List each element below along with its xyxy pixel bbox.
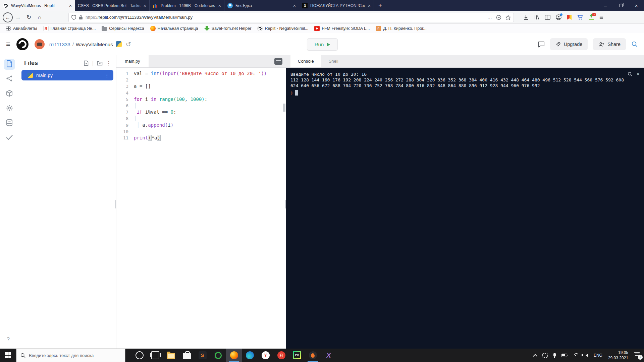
taskbar-app-ring[interactable] [131, 349, 147, 362]
breadcrumb-project[interactable]: WavyVitalMenus [76, 42, 113, 47]
cart-icon[interactable] [577, 14, 583, 20]
rail-item-version-control[interactable] [4, 74, 15, 84]
file-row-main-py[interactable]: main.py⋮ [21, 70, 113, 80]
home-button[interactable]: ⌂ [34, 14, 45, 21]
rail-item-checks[interactable] [4, 133, 15, 143]
forward-button[interactable]: → [13, 14, 23, 21]
hamburger-icon[interactable]: ≡ [6, 40, 10, 49]
savefrom-badge: ? [592, 13, 596, 16]
upgrade-button[interactable]: Upgrade [550, 38, 588, 50]
start-button[interactable] [0, 349, 16, 362]
editor-tab-main-py[interactable]: main.py [116, 55, 149, 67]
rail-item-files[interactable] [4, 59, 15, 70]
console-output[interactable]: × Введите число от 10 до 20: 16112 128 1… [286, 68, 644, 349]
checks-icon [6, 134, 13, 142]
battery-icon[interactable] [561, 354, 567, 357]
bookmark-item[interactable]: ЯГлавная страница Ян... [40, 24, 99, 33]
files-kebab-icon[interactable]: ⋮ [106, 60, 111, 66]
close-button[interactable]: × [629, 0, 644, 11]
back-button[interactable]: ← [3, 12, 13, 22]
pocket-icon[interactable] [496, 15, 501, 20]
taskbar-app-ybrowser[interactable]: Y [258, 349, 273, 362]
account-icon[interactable] [556, 14, 561, 20]
yandex-market-icon[interactable] [567, 15, 572, 20]
history-icon[interactable]: ↺ [126, 41, 131, 48]
bookmark-item[interactable]: Авиабилеты [3, 24, 40, 33]
chat-icon[interactable] [538, 41, 545, 48]
restore-button[interactable] [613, 0, 629, 11]
help-icon[interactable]: ? [7, 337, 10, 343]
reload-button[interactable]: ↻ [23, 14, 34, 21]
tray-expand-icon[interactable] [534, 353, 537, 358]
browser-tab[interactable]: БесЪдка× [224, 0, 299, 11]
bookmark-star-icon[interactable] [505, 15, 511, 20]
page-actions-button[interactable]: … [487, 15, 492, 20]
run-button[interactable]: Run [307, 38, 338, 51]
taskbar-app-vstudio[interactable]: X [321, 349, 336, 362]
code-line: 2 [116, 77, 286, 83]
console-close-icon[interactable]: × [637, 71, 639, 76]
tab-console[interactable]: Console [290, 55, 321, 67]
downloads-icon[interactable] [523, 15, 529, 20]
taskbar-app-flame[interactable]: S [195, 349, 210, 362]
shield-icon[interactable] [71, 15, 76, 20]
editor-layout-icon[interactable] [274, 58, 282, 65]
bookmark-item[interactable]: Replit - NegativeSimil... [254, 24, 311, 33]
snip-icon[interactable] [542, 353, 548, 358]
browser-tab[interactable]: CSES - CSES Problem Set - Tasks× [75, 0, 150, 11]
file-kebab-icon[interactable]: ⋮ [105, 73, 109, 78]
taskbar-app-greenring[interactable] [210, 349, 226, 362]
bookmark-item[interactable]: FFM Freestyle: SODA L... [311, 24, 373, 33]
rail-item-database[interactable] [4, 118, 15, 129]
browser-tab[interactable]: 3ПОЖАЛУЙСТА PYTHON !Coc× [299, 0, 374, 11]
tab-close-icon[interactable]: × [368, 3, 371, 8]
browser-tab[interactable]: WavyVitalMenus - Replit× [0, 0, 75, 11]
share-button[interactable]: Share [593, 38, 626, 50]
savefrom-icon[interactable]: ? [589, 15, 594, 20]
bookmark-item[interactable]: пД. П. Кириенко. Прог... [373, 24, 429, 33]
add-file-icon[interactable] [84, 60, 89, 66]
clock[interactable]: 19:05 29.03.2021 [608, 350, 628, 361]
lock-icon[interactable] [79, 15, 83, 20]
search-icon[interactable] [631, 41, 638, 48]
taskbar-app-yandex[interactable]: Я [273, 349, 289, 362]
taskbar-app-flstudio[interactable] [305, 349, 321, 362]
add-folder-icon[interactable] [97, 61, 103, 66]
sidebar-icon[interactable] [545, 15, 550, 20]
tab-shell[interactable]: Shell [321, 55, 346, 67]
rail-item-packages[interactable] [4, 88, 15, 99]
bookmark-item[interactable]: SaveFrom.net Helper [201, 24, 255, 33]
taskbar-search-placeholder: Введите здесь текст для поиска [29, 353, 94, 358]
bookmark-item[interactable]: Сервисы Яндекса [99, 24, 147, 33]
taskbar-app-edge[interactable] [242, 349, 258, 362]
minimize-button[interactable]: – [598, 0, 613, 11]
volume-icon[interactable] [584, 354, 588, 357]
replit-logo[interactable] [16, 38, 29, 50]
bookmark-item[interactable]: Начальная страница [147, 24, 201, 33]
editor-scrollbar-thumb[interactable] [283, 104, 285, 112]
wifi-icon[interactable] [573, 353, 578, 357]
language-indicator[interactable]: ENG [594, 353, 602, 358]
tab-close-icon[interactable]: × [69, 3, 72, 8]
taskbar-app-folder[interactable] [163, 349, 179, 362]
browser-tab[interactable]: Problem - 1496B - Codeforces× [150, 0, 224, 11]
tab-close-icon[interactable]: × [218, 3, 221, 8]
breadcrumb-username[interactable]: rrr111333 [49, 42, 70, 47]
tab-close-icon[interactable]: × [144, 3, 146, 8]
microphone-icon[interactable] [553, 353, 556, 358]
library-icon[interactable] [534, 15, 539, 20]
taskbar-app-store[interactable] [179, 349, 195, 362]
console-search-icon[interactable] [628, 72, 632, 76]
notification-center-icon[interactable]: 2 [634, 352, 641, 358]
tab-close-icon[interactable]: × [293, 3, 296, 8]
rail-item-settings[interactable] [4, 103, 15, 114]
taskbar-app-pycharm[interactable]: PC [289, 349, 305, 362]
taskbar-app-firefox[interactable] [226, 349, 242, 362]
taskbar-app-taskview[interactable] [147, 349, 163, 362]
menu-icon[interactable]: ≡ [599, 13, 603, 21]
new-tab-button[interactable]: + [374, 0, 386, 11]
code-editor[interactable]: 1val = int(input('Введите число от 10 до… [116, 68, 286, 349]
avatar[interactable] [35, 39, 45, 49]
url-bar[interactable]: https://replit.com/@rrr111333/WavyVitalM… [68, 13, 514, 22]
taskbar-search[interactable]: Введите здесь текст для поиска [16, 349, 125, 362]
